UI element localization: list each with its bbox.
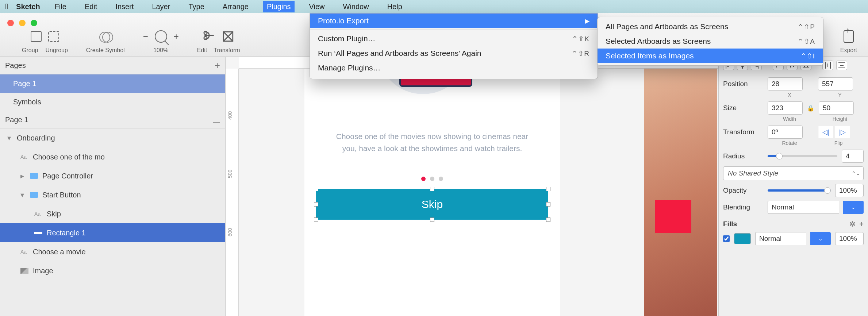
radius-input[interactable]: 4 bbox=[842, 150, 864, 163]
layer-rectangle1[interactable]: Rectangle 1 bbox=[0, 223, 225, 242]
artboard-2[interactable] bbox=[644, 69, 717, 316]
menu-item-label: All Pages and Artboards as Screens bbox=[606, 22, 728, 31]
artboard-onboarding[interactable]: Choose one of the movies now showing to … bbox=[304, 69, 560, 316]
distribute-v-button[interactable] bbox=[836, 61, 847, 70]
submenu-all-pages[interactable]: All Pages and Artboards as Screens ⌃⇧P bbox=[598, 19, 823, 34]
add-page-button[interactable]: + bbox=[215, 60, 220, 71]
width-sublabel: Width bbox=[772, 116, 807, 122]
canvas[interactable]: Choose one of the movies now showing to … bbox=[239, 69, 718, 316]
height-input[interactable]: 50 bbox=[819, 101, 854, 115]
position-x-input[interactable]: 28 bbox=[768, 77, 803, 90]
layer-page-controller[interactable]: ▸Page Controller bbox=[0, 166, 225, 185]
menu-view[interactable]: View bbox=[306, 1, 329, 12]
zoom-out-icon[interactable]: − bbox=[143, 31, 148, 42]
fill-blend-caret-icon[interactable]: ⌄ bbox=[810, 232, 831, 245]
fill-blend-value: Normal bbox=[759, 235, 781, 243]
pages-header: Pages + bbox=[0, 57, 225, 74]
menu-arrange[interactable]: Arrange bbox=[219, 1, 252, 12]
radius-slider[interactable] bbox=[768, 155, 837, 157]
page-row-symbols[interactable]: Symbols bbox=[0, 93, 225, 111]
layer-onboarding[interactable]: ▾Onboarding bbox=[0, 128, 225, 147]
submenu-selected-items[interactable]: Selected Items as Images ⌃⇧I bbox=[598, 49, 823, 63]
fill-blend-select[interactable]: Normal bbox=[755, 232, 806, 245]
tool-export[interactable]: Export bbox=[840, 28, 857, 54]
plugins-menu-protoio[interactable]: Proto.io Export ▶ bbox=[310, 14, 598, 28]
transform-label: Transform bbox=[723, 128, 763, 136]
lock-aspect-icon[interactable]: 🔒 bbox=[807, 105, 814, 112]
flip-vertical-button[interactable]: |▷ bbox=[835, 126, 850, 138]
rotate-input[interactable]: 0º bbox=[768, 126, 803, 139]
onboarding-body-text[interactable]: Choose one of the movies now showing to … bbox=[326, 131, 538, 154]
flip-sublabel: Flip bbox=[822, 140, 854, 146]
menu-edit[interactable]: Edit bbox=[81, 1, 101, 12]
plugins-menu-manage[interactable]: Manage Plugins… bbox=[310, 61, 598, 75]
window-zoom-button[interactable] bbox=[31, 20, 37, 26]
window-minimize-button[interactable] bbox=[19, 20, 26, 26]
artboard-list-icon[interactable] bbox=[213, 117, 220, 123]
layer-label: Image bbox=[33, 267, 53, 275]
height-sublabel: Height bbox=[822, 116, 857, 122]
menu-window[interactable]: Window bbox=[339, 1, 373, 12]
menu-layer[interactable]: Layer bbox=[148, 1, 174, 12]
menu-item-label: Manage Plugins… bbox=[318, 63, 381, 72]
plugins-menu: Proto.io Export ▶ Custom Plugin… ⌃⇧K Run… bbox=[310, 13, 598, 79]
width-input[interactable]: 323 bbox=[768, 101, 803, 115]
edit-icon[interactable] bbox=[203, 30, 215, 43]
menu-plugins[interactable]: Plugins bbox=[263, 1, 295, 12]
menu-item-shortcut: ⌃⇧I bbox=[800, 52, 815, 60]
menu-item-shortcut: ⌃⇧P bbox=[798, 23, 815, 31]
window-close-button[interactable] bbox=[7, 20, 14, 26]
fills-add-icon[interactable]: + bbox=[859, 220, 864, 228]
fills-label: Fills bbox=[723, 220, 737, 228]
menu-help[interactable]: Help bbox=[384, 1, 406, 12]
layer-image[interactable]: Image bbox=[0, 261, 225, 280]
shared-style-select[interactable]: No Shared Style⌃⌄ bbox=[723, 166, 864, 180]
fill-color-swatch[interactable] bbox=[734, 233, 751, 244]
page-dots[interactable] bbox=[304, 176, 560, 182]
menu-item-shortcut: ⌃⇧A bbox=[798, 37, 815, 46]
red-square-layer[interactable] bbox=[655, 200, 691, 233]
blending-select[interactable]: Normal bbox=[768, 201, 839, 214]
opacity-input[interactable]: 100% bbox=[835, 184, 864, 197]
plugins-menu-run-again[interactable]: Run ‘All Pages and Artboards as Screens’… bbox=[310, 46, 598, 61]
apple-icon[interactable]:  bbox=[5, 2, 8, 11]
transform-icon[interactable] bbox=[222, 30, 234, 43]
flip-horizontal-button[interactable]: ◁| bbox=[818, 126, 833, 138]
menu-file[interactable]: File bbox=[51, 1, 70, 12]
distribute-h-button[interactable] bbox=[822, 61, 833, 70]
opacity-slider[interactable] bbox=[768, 189, 831, 192]
group-icon[interactable] bbox=[31, 31, 42, 42]
chevron-down-icon: ▾ bbox=[20, 190, 26, 199]
export-label: Export bbox=[840, 47, 857, 54]
layer-choose-one[interactable]: AaChoose one of the mo bbox=[0, 147, 225, 166]
page-row-page1[interactable]: Page 1 bbox=[0, 74, 225, 93]
shared-style-value: No Shared Style bbox=[728, 169, 778, 177]
text-layer-icon: Aa bbox=[20, 154, 28, 160]
ungroup-icon[interactable] bbox=[48, 31, 59, 42]
pages-label: Pages bbox=[5, 61, 26, 70]
app-name[interactable]: Sketch bbox=[16, 3, 40, 11]
layer-choose-movie[interactable]: AaChoose a movie bbox=[0, 242, 225, 261]
position-y-input[interactable]: 557 bbox=[818, 77, 853, 90]
skip-button-layer[interactable]: Skip bbox=[316, 189, 548, 220]
tool-create-symbol[interactable]: Create Symbol bbox=[86, 28, 125, 54]
layer-skip[interactable]: AaSkip bbox=[0, 204, 225, 223]
fills-settings-icon[interactable]: ✲ bbox=[849, 220, 856, 228]
blending-caret-icon[interactable]: ⌄ bbox=[843, 201, 864, 214]
image-layer-icon bbox=[20, 268, 28, 274]
chevron-down-icon: ▾ bbox=[7, 134, 12, 142]
plugins-menu-custom[interactable]: Custom Plugin… ⌃⇧K bbox=[310, 31, 598, 46]
menu-insert[interactable]: Insert bbox=[112, 1, 137, 12]
menu-type[interactable]: Type bbox=[185, 1, 208, 12]
layer-start-button[interactable]: ▾Start Button bbox=[0, 185, 225, 204]
fill-opacity-input[interactable]: 100% bbox=[835, 232, 864, 245]
x-sublabel: X bbox=[772, 92, 807, 98]
submenu-selected-artboards[interactable]: Selected Artboards as Screens ⌃⇧A bbox=[598, 34, 823, 49]
layer-label: Choose one of the mo bbox=[33, 153, 105, 161]
blending-value: Normal bbox=[772, 203, 794, 211]
body-line-2: you, have a look at the showtimes and wa… bbox=[342, 144, 522, 153]
skip-label: Skip bbox=[422, 198, 443, 211]
zoom-in-icon[interactable]: + bbox=[174, 31, 179, 42]
fill-enabled-checkbox[interactable] bbox=[723, 235, 730, 242]
zoom-icon[interactable] bbox=[155, 30, 167, 43]
